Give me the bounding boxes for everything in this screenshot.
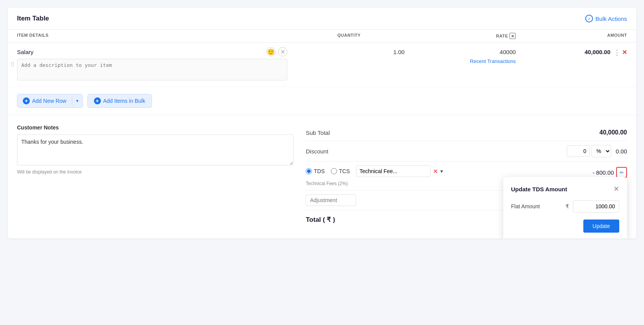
drag-handle-icon[interactable]: ⠿: [10, 61, 15, 68]
tds-dropdown-button[interactable]: ▾: [440, 168, 443, 174]
table-row: ⠿ Salary 🙂 ✕ 1.00 40000 Recent Transacti…: [8, 43, 636, 87]
popup-close-button[interactable]: ✕: [613, 185, 619, 193]
customer-notes-label: Customer Notes: [17, 124, 293, 131]
recent-transactions-link[interactable]: Recent Transactions: [405, 58, 516, 64]
item-name: Salary: [17, 49, 34, 55]
subtotal-row: Sub Total 40,000.00: [306, 124, 627, 141]
tds-radio-input[interactable]: [306, 168, 312, 174]
item-amount: 40,000.00: [584, 49, 610, 55]
popup-amount-input[interactable]: [573, 200, 619, 213]
tds-edit-button[interactable]: ✏: [616, 167, 627, 178]
col-header-item-details: ITEM DETAILS: [17, 33, 293, 39]
tds-clear-button[interactable]: ✕: [433, 168, 438, 175]
totals-panel: Sub Total 40,000.00 Discount % ₹ 0.00: [306, 124, 627, 229]
col-header-rate: RATE ⊞: [405, 33, 516, 39]
rate-settings-icon[interactable]: ⊞: [509, 33, 516, 39]
tds-tcs-row: TDS TCS ✕ ▾ Technical Fees (2%): [306, 162, 627, 191]
add-bulk-plus-icon: +: [94, 97, 101, 104]
tds-radio-text: TDS: [314, 168, 325, 174]
bulk-actions-button[interactable]: ✓ Bulk Actions: [585, 15, 627, 22]
add-items-in-bulk-button[interactable]: + Add Items in Bulk: [87, 94, 152, 108]
discount-value-input[interactable]: [567, 145, 590, 157]
tds-section-input[interactable]: [356, 165, 431, 177]
add-new-row-label: Add New Row: [32, 98, 66, 104]
col-header-amount: AMOUNT: [516, 33, 627, 39]
item-more-options-button[interactable]: ⋮: [613, 49, 620, 56]
invoice-note: Will be displayed on the invoice: [17, 169, 293, 175]
tds-radio-label[interactable]: TDS: [306, 168, 325, 174]
discount-row: Discount % ₹ 0.00: [306, 141, 627, 162]
item-quantity: 1.00: [293, 47, 405, 55]
popup-update-button[interactable]: Update: [583, 220, 619, 233]
discount-amount: 0.00: [616, 148, 627, 155]
total-final-label: Total ( ₹ ): [306, 216, 335, 224]
popup-title: Update TDS Amount: [511, 186, 567, 192]
item-delete-button[interactable]: ✕: [622, 49, 627, 56]
add-row-plus-icon: +: [23, 97, 30, 104]
item-close-button[interactable]: ✕: [278, 47, 287, 56]
discount-label: Discount: [306, 148, 328, 155]
tcs-radio-input[interactable]: [331, 168, 337, 174]
bulk-actions-label: Bulk Actions: [595, 15, 627, 22]
adjustment-label-input[interactable]: [306, 194, 356, 206]
item-details-cell: Salary 🙂 ✕: [17, 47, 293, 82]
popup-currency-symbol: ₹: [566, 203, 569, 209]
tds-sub-label: Technical Fees (2%): [306, 181, 443, 186]
add-new-row-dropdown-icon[interactable]: ▾: [72, 95, 82, 107]
subtotal-value: 40,000.00: [600, 129, 627, 136]
customer-notes-section: Customer Notes Thanks for your business.…: [17, 124, 293, 175]
flat-amount-label: Flat Amount: [511, 203, 562, 209]
item-emoji-button[interactable]: 🙂: [266, 47, 276, 56]
table-column-headers: ITEM DETAILS QUANTITY RATE ⊞ AMOUNT: [8, 30, 636, 43]
item-table-title: Item Table: [17, 15, 49, 22]
customer-notes-textarea[interactable]: Thanks for your business.: [17, 134, 293, 165]
add-row-section: + Add New Row ▾ + Add Items in Bulk: [8, 87, 636, 115]
discount-type-select[interactable]: % ₹: [591, 145, 611, 157]
add-new-row-button[interactable]: + Add New Row ▾: [17, 94, 83, 108]
tcs-radio-label[interactable]: TCS: [331, 168, 350, 174]
bottom-section: Customer Notes Thanks for your business.…: [8, 115, 636, 238]
check-circle-icon: ✓: [585, 15, 593, 22]
item-rate: 40000: [405, 49, 516, 55]
item-amount-cell: 40,000.00 ⋮ ✕: [516, 47, 627, 56]
subtotal-label: Sub Total: [306, 129, 330, 136]
item-rate-cell: 40000 Recent Transactions: [405, 47, 516, 64]
update-tds-popup: Update TDS Amount ✕ Flat Amount ₹ Update: [503, 177, 627, 238]
tcs-radio-text: TCS: [339, 168, 350, 174]
add-items-in-bulk-label: Add Items in Bulk: [103, 98, 145, 104]
item-description-input[interactable]: [17, 59, 287, 80]
tds-amount: - 800.00: [593, 169, 614, 176]
col-header-quantity: QUANTITY: [293, 33, 405, 39]
